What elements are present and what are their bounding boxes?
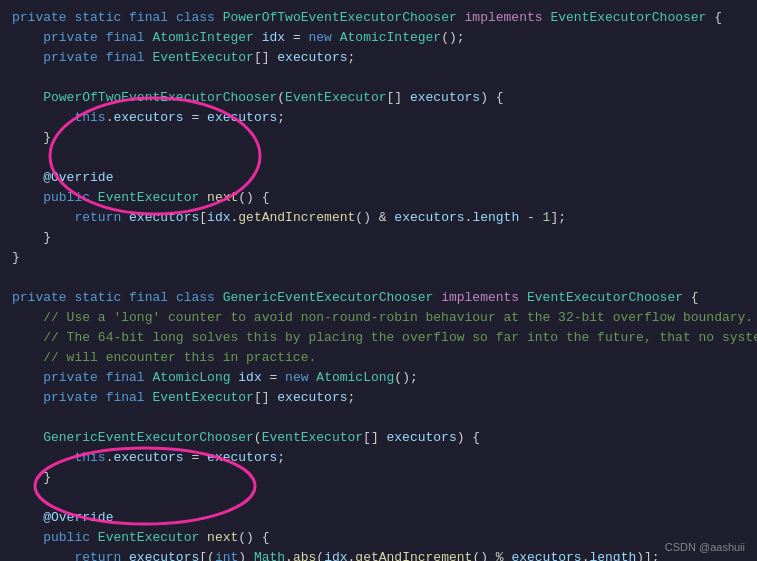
token-type: EventExecutor (98, 190, 199, 205)
token-plain: } (43, 470, 51, 485)
token-plain (98, 390, 106, 405)
code-line (0, 148, 757, 168)
code-line: } (0, 248, 757, 268)
token-kw: public (43, 190, 90, 205)
token-plain (199, 530, 207, 545)
token-plain: ( (277, 90, 285, 105)
code-line: // will encounter this in practice. (0, 348, 757, 368)
token-plain: )]; (636, 550, 659, 561)
line-content: private final AtomicLong idx = new Atomi… (12, 368, 418, 388)
code-line: private final EventExecutor[] executors; (0, 388, 757, 408)
token-kw2: implements (441, 290, 519, 305)
token-var: length (472, 210, 519, 225)
line-content: @Override (12, 508, 113, 528)
token-plain: ) { (457, 430, 480, 445)
token-plain: } (43, 130, 51, 145)
code-line: // Use a 'long' counter to avoid non-rou… (0, 308, 757, 328)
token-kw: return (74, 210, 121, 225)
token-kw: this (74, 110, 105, 125)
token-comment: // will encounter this in practice. (43, 350, 316, 365)
token-var: length (589, 550, 636, 561)
code-line: private final AtomicLong idx = new Atomi… (0, 368, 757, 388)
token-type: AtomicLong (316, 370, 394, 385)
token-plain: - (519, 210, 542, 225)
token-type: EventExecutor (285, 90, 386, 105)
line-content: public EventExecutor next() { (12, 188, 270, 208)
token-kw: final (106, 370, 145, 385)
code-line: this.executors = executors; (0, 448, 757, 468)
code-editor: private static final class PowerOfTwoEve… (0, 0, 757, 561)
token-plain: () { (238, 530, 269, 545)
token-var: executors (277, 390, 347, 405)
token-kw: return (74, 550, 121, 561)
code-lines: private static final class PowerOfTwoEve… (0, 8, 757, 561)
token-kw: private (12, 290, 67, 305)
token-type: EventExecutorChooser (550, 10, 706, 25)
code-line: public EventExecutor next() { (0, 188, 757, 208)
token-var: executors (387, 430, 457, 445)
code-line: @Override (0, 168, 757, 188)
token-type: AtomicInteger (340, 30, 441, 45)
token-plain: } (12, 250, 20, 265)
token-plain: (); (441, 30, 464, 45)
token-plain (121, 210, 129, 225)
line-content: @Override (12, 168, 113, 188)
token-var: executors (277, 50, 347, 65)
token-var: executors (129, 550, 199, 561)
token-var: executors (394, 210, 464, 225)
token-plain (168, 10, 176, 25)
line-content: this.executors = executors; (12, 108, 285, 128)
line-content: // Use a 'long' counter to avoid non-rou… (12, 308, 753, 328)
token-type: AtomicLong (152, 370, 230, 385)
code-line: private static final class PowerOfTwoEve… (0, 8, 757, 28)
token-plain: [] (387, 90, 410, 105)
code-line (0, 408, 757, 428)
token-method: abs (293, 550, 316, 561)
code-line (0, 68, 757, 88)
token-type: GenericEventExecutorChooser (223, 290, 434, 305)
code-line: // The 64-bit long solves this by placin… (0, 328, 757, 348)
token-kw: new (285, 370, 308, 385)
token-plain: () & (355, 210, 394, 225)
token-plain: [] (363, 430, 386, 445)
token-plain: } (43, 230, 51, 245)
token-plain (457, 10, 465, 25)
line-content: public EventExecutor next() { (12, 528, 270, 548)
token-plain: ; (277, 110, 285, 125)
token-kw: this (74, 450, 105, 465)
token-plain: [] (254, 390, 277, 405)
token-var: idx (324, 550, 347, 561)
token-plain (121, 10, 129, 25)
line-content: private static final class PowerOfTwoEve… (12, 8, 722, 28)
token-kw2: implements (465, 10, 543, 25)
token-var: executors (129, 210, 199, 225)
token-comment: // The 64-bit long solves this by placin… (43, 330, 757, 345)
token-kw: final (106, 390, 145, 405)
token-kw: class (176, 10, 215, 25)
token-type: GenericEventExecutorChooser (43, 430, 254, 445)
code-line: } (0, 228, 757, 248)
code-line: private static final class GenericEventE… (0, 288, 757, 308)
token-plain: ; (277, 450, 285, 465)
token-plain: ; (348, 390, 356, 405)
token-plain (254, 30, 262, 45)
line-content: // The 64-bit long solves this by placin… (12, 328, 757, 348)
token-plain (90, 530, 98, 545)
token-plain (98, 30, 106, 45)
token-type: Math (254, 550, 285, 561)
token-plain: [ (199, 210, 207, 225)
token-plain (98, 50, 106, 65)
token-type: EventExecutor (262, 430, 363, 445)
token-kw: final (106, 30, 145, 45)
token-kw: static (74, 10, 121, 25)
token-plain: { (683, 290, 699, 305)
token-kw: int (215, 550, 238, 561)
line-content: return executors[(int) Math.abs(idx.getA… (12, 548, 660, 561)
token-var: idx (207, 210, 230, 225)
code-line (0, 268, 757, 288)
token-kw: private (43, 50, 98, 65)
line-content: PowerOfTwoEventExecutorChooser(EventExec… (12, 88, 504, 108)
token-type: EventExecutorChooser (527, 290, 683, 305)
token-kw: class (176, 290, 215, 305)
token-var: executors (410, 90, 480, 105)
